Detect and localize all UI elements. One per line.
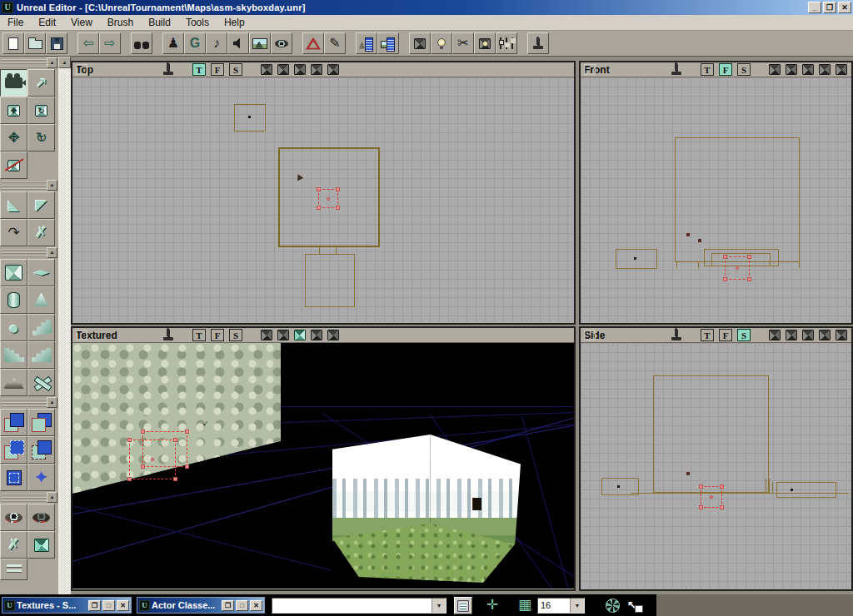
terrain-brush-tool[interactable] xyxy=(0,369,27,396)
view-side-button[interactable]: S xyxy=(737,63,751,76)
render-textured-button[interactable] xyxy=(802,330,814,340)
actor-marker[interactable] xyxy=(617,485,620,488)
restore-button[interactable]: ❐ xyxy=(222,600,234,611)
builder-brush[interactable] xyxy=(701,486,722,508)
undo-button[interactable]: ⇦ xyxy=(77,32,99,54)
menu-build[interactable]: Build xyxy=(141,17,178,28)
realtime-preview-button[interactable] xyxy=(162,63,174,76)
build-lighting-button[interactable] xyxy=(431,32,452,54)
cube-brush-tool[interactable] xyxy=(0,259,27,286)
render-zones-button[interactable] xyxy=(769,330,781,340)
vertex-handle[interactable] xyxy=(336,206,340,210)
texture-rotate-tool[interactable]: ↻T xyxy=(27,124,55,152)
2d-shape-editor-button[interactable]: ✎ xyxy=(324,32,346,54)
build-paths-button[interactable]: ✂ xyxy=(452,32,474,54)
view-side-button[interactable]: S xyxy=(229,63,242,76)
linear-stairs-brush-tool[interactable] xyxy=(0,341,27,369)
view-top-button[interactable]: T xyxy=(701,63,714,76)
align-cameras-button[interactable] xyxy=(0,559,27,580)
brush-wireframe[interactable] xyxy=(305,254,355,307)
actor-marker[interactable] xyxy=(686,472,690,475)
texture-browser-button[interactable] xyxy=(249,32,271,54)
render-lighting-button[interactable] xyxy=(311,64,322,75)
view-front-button[interactable]: F xyxy=(719,329,732,341)
play-map-button[interactable] xyxy=(527,32,549,54)
render-textured-button[interactable] xyxy=(294,330,306,340)
realtime-preview-button[interactable] xyxy=(671,63,682,76)
curved-stairs-brush-tool[interactable] xyxy=(27,314,55,341)
command-combobox[interactable]: ▼ xyxy=(272,598,446,614)
view-top-button[interactable]: T xyxy=(192,63,206,76)
render-textured-button[interactable] xyxy=(802,64,814,75)
vertex-handle[interactable] xyxy=(723,277,727,281)
viewport-textured-canvas[interactable]: · ✓ xyxy=(72,343,574,589)
brush-wireframe[interactable] xyxy=(601,478,639,495)
minimized-actor-browser[interactable]: U Actor Classe... ❐ □ ✕ xyxy=(137,597,265,614)
shape-delete-tool[interactable]: ✗ xyxy=(27,219,55,246)
add-mover-brush-button[interactable]: ✦ xyxy=(27,464,55,491)
viewport-top-canvas[interactable] xyxy=(72,77,574,322)
music-browser-button[interactable]: ♪ xyxy=(206,32,227,54)
brush-rotate-tool[interactable]: ↻ xyxy=(27,97,55,124)
dropdown-arrow-button[interactable]: ▼ xyxy=(431,599,446,613)
vertex-handle[interactable] xyxy=(317,187,321,191)
viewport-side-canvas[interactable] xyxy=(581,343,851,589)
render-polys-button[interactable] xyxy=(836,330,847,340)
sound-browser-button[interactable] xyxy=(227,32,249,54)
render-bsp-button[interactable] xyxy=(786,64,797,75)
prefab-browser-button[interactable] xyxy=(302,32,324,54)
vertex-handle[interactable] xyxy=(141,430,145,434)
vertex-handle[interactable] xyxy=(723,255,727,259)
render-zones-button[interactable] xyxy=(261,330,272,340)
spiral-stairs-brush-tool[interactable] xyxy=(27,341,55,369)
close-button[interactable]: ✕ xyxy=(838,2,851,13)
realtime-preview-button[interactable] xyxy=(162,329,174,341)
render-lighting-button[interactable] xyxy=(819,330,831,340)
vertex-handle[interactable] xyxy=(720,505,724,509)
csg-intersect-button[interactable] xyxy=(0,436,27,464)
menu-brush[interactable]: Brush xyxy=(100,17,141,28)
actor-marker[interactable] xyxy=(686,233,690,236)
toolbox-scrollbar[interactable]: ▲ xyxy=(58,57,71,594)
brush-wireframe[interactable] xyxy=(675,137,800,262)
render-textured-button[interactable] xyxy=(294,64,306,75)
search-actors-button[interactable] xyxy=(131,32,152,54)
render-lighting-button[interactable] xyxy=(819,64,831,75)
menu-help[interactable]: Help xyxy=(217,17,252,28)
new-map-button[interactable] xyxy=(2,32,24,54)
scroll-up-button[interactable]: ▲ xyxy=(58,57,71,68)
build-geometry-button[interactable] xyxy=(409,32,431,54)
actor-marker[interactable] xyxy=(791,489,793,491)
render-bsp-button[interactable] xyxy=(786,330,797,340)
menu-edit[interactable]: Edit xyxy=(31,17,63,28)
actor-marker[interactable] xyxy=(248,116,251,118)
brush-scale-tool[interactable]: ✥ xyxy=(0,97,27,124)
vertex-handle[interactable] xyxy=(747,277,751,281)
render-lighting-button[interactable] xyxy=(311,330,322,340)
render-polys-button[interactable] xyxy=(836,64,847,75)
builder-brush-front-face[interactable] xyxy=(129,440,176,479)
brush-pivot[interactable] xyxy=(710,495,713,499)
save-map-button[interactable] xyxy=(46,32,67,54)
builder-brush[interactable] xyxy=(318,189,338,208)
collapse-section-button[interactable]: ▲ xyxy=(47,180,57,191)
vertex-handle[interactable] xyxy=(317,206,321,210)
render-wireframe-button[interactable] xyxy=(76,64,87,75)
csg-add-button[interactable] xyxy=(0,409,27,436)
csg-deintersect-button[interactable] xyxy=(27,436,55,464)
brush-wireframe[interactable] xyxy=(653,375,769,493)
group-browser-button[interactable]: G xyxy=(184,32,206,54)
render-bsp-button[interactable] xyxy=(277,64,289,75)
restore-button[interactable]: ❐ xyxy=(823,2,836,13)
close-button[interactable]: ✕ xyxy=(250,600,262,611)
view-top-button[interactable]: T xyxy=(701,329,714,341)
grid-toggle-icon[interactable]: ▦ xyxy=(518,597,531,614)
vertex-handle[interactable] xyxy=(185,464,189,469)
brush-clip-tool[interactable]: ◣ xyxy=(0,191,27,219)
actor-marker[interactable] xyxy=(698,239,701,242)
menu-file[interactable]: File xyxy=(0,17,31,28)
restore-button[interactable]: ❐ xyxy=(88,600,101,611)
menu-tools[interactable]: Tools xyxy=(178,17,217,28)
render-wireframe-button[interactable] xyxy=(584,330,596,340)
brush-snap-tool[interactable]: ↗ xyxy=(0,152,27,179)
